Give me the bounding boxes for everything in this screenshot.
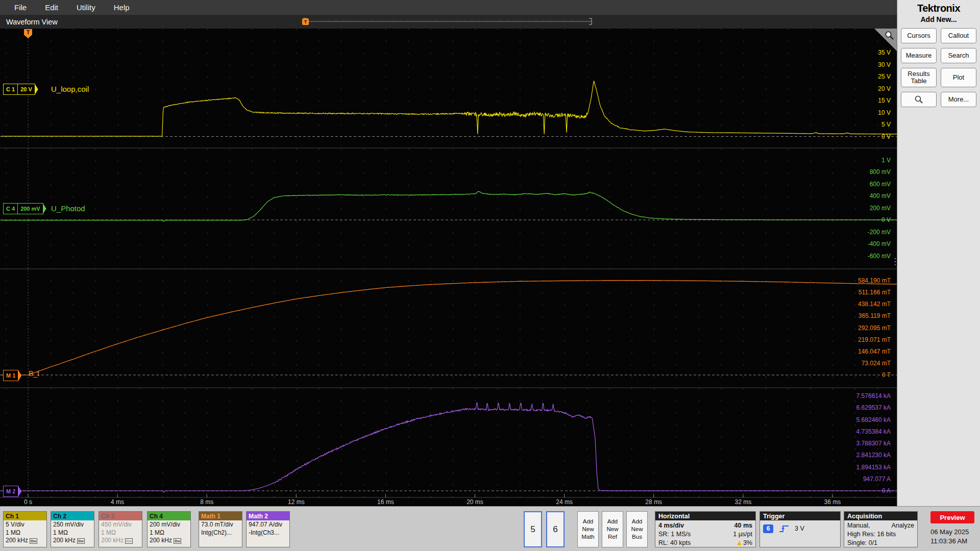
bandwidth-icon: Bw: [125, 538, 133, 544]
axis-label-math1: 219.071 mT: [858, 336, 891, 343]
bottom-bar: Horizontal 4 ms/div 40 ms SR: 1 MS/s 1 µ…: [0, 506, 980, 551]
time-axis-label: 4 ms: [111, 498, 124, 506]
trace-label-ch4[interactable]: U_Photod: [51, 204, 85, 213]
horizontal-position: 3%: [743, 539, 752, 547]
clock-label: 11:03:36 AM: [930, 537, 969, 546]
bandwidth-icon: Bw: [174, 538, 181, 544]
channel-badge-c1-plot[interactable]: C 1 20 V: [3, 84, 35, 95]
sidebar-button-search[interactable]: Search: [941, 48, 976, 63]
sidebar-button-plot[interactable]: Plot: [941, 68, 976, 87]
channel-badge-m1-plot[interactable]: M 1: [3, 370, 18, 381]
trigger-panel-title: Trigger: [760, 512, 840, 520]
trigger-source-chip: 6: [763, 524, 773, 533]
time-axis-label: 20 ms: [467, 498, 483, 506]
axis-label-math1: 0 T: [882, 371, 891, 379]
horizontal-panel-title: Horizontal: [655, 512, 755, 520]
panel-drag-handle[interactable]: [892, 254, 898, 269]
record-length: RL: 40 kpts: [658, 539, 691, 547]
axis-label-math2: 1.894153 kA: [856, 464, 891, 471]
time-axis-label: 36 ms: [824, 498, 841, 506]
trigger-panel[interactable]: Trigger 6 3 V: [760, 511, 841, 547]
record-view-ruler[interactable]: [299, 16, 596, 27]
date-label: 06 May 2025: [930, 528, 969, 537]
numbered-badge-6[interactable]: 6: [546, 511, 565, 547]
axis-label-math1: 511.166 mT: [859, 289, 891, 296]
acquisition-panel-title: Acquisition: [844, 512, 917, 520]
sidebar-button-zoom[interactable]: [901, 92, 937, 107]
menu-item-help[interactable]: Help: [106, 2, 138, 13]
right-sidebar: Tektronix Add New... CursorsCalloutMeasu…: [897, 0, 980, 506]
sidebar-button-cursors[interactable]: Cursors: [901, 28, 937, 43]
axis-label-math1: 73.024 mT: [862, 360, 891, 367]
axis-label-ch1: 20 V: [878, 85, 891, 92]
acquisition-single: Single: 0/1: [847, 539, 914, 547]
numbered-badge-5[interactable]: 5: [524, 511, 542, 547]
time-axis-label: 12 ms: [288, 498, 305, 506]
waveform-window: Waveform View T: [0, 15, 897, 506]
axis-label-ch1: 10 V: [878, 109, 891, 116]
channel-badge-c4-scale: 200 mV: [17, 204, 43, 214]
channel-badge-m2-plot[interactable]: M 2: [3, 486, 18, 497]
time-axis-label: 0 s: [24, 498, 32, 506]
axis-label-math2: 6.629537 kA: [856, 404, 891, 411]
axis-label-math1: 584.190 mT: [858, 277, 891, 284]
axis-label-ch4: -600 mV: [868, 253, 891, 260]
preview-button[interactable]: Preview: [930, 511, 974, 523]
axis-label-ch1: 0 V: [881, 133, 891, 140]
magnifier-icon: [914, 95, 923, 104]
bandwidth-icon: Bw: [77, 538, 85, 544]
channel-badge-ch-3[interactable]: Ch 3450 mV/div1 MΩ200 kHzBw: [99, 511, 142, 547]
axis-label-ch4: -400 mV: [868, 240, 891, 247]
channel-badge-m1-label: M 1: [4, 370, 18, 381]
axis-label-math2: 947.077 A: [863, 475, 891, 483]
horizontal-panel[interactable]: Horizontal 4 ms/div 40 ms SR: 1 MS/s 1 µ…: [655, 511, 756, 547]
channel-badge-m2-label: M 2: [4, 486, 18, 496]
trace-label-ch1[interactable]: U_loop,coil: [51, 85, 89, 93]
channel-badge-c4-label: C 4: [4, 204, 17, 214]
axis-label-ch4: -200 mV: [868, 229, 891, 236]
sidebar-button-more[interactable]: More...: [941, 92, 976, 107]
rising-edge-icon: [778, 524, 790, 533]
add-new-ref-button[interactable]: AddNewRef: [602, 511, 623, 547]
acquisition-mode: Manual,: [847, 521, 870, 530]
menu-item-edit[interactable]: Edit: [37, 2, 66, 13]
menu-item-utility[interactable]: Utility: [68, 2, 104, 13]
oscilloscope-app: FileEditUtilityHelp Waveform View T: [0, 0, 980, 551]
acquisition-panel[interactable]: Acquisition Manual, Analyze High Res: 16…: [844, 511, 918, 547]
time-axis-label: 24 ms: [556, 498, 573, 506]
axis-label-math2: 2.841230 kA: [856, 452, 891, 459]
bandwidth-icon: Bw: [30, 538, 37, 544]
axis-label-ch1: 30 V: [878, 61, 891, 68]
add-new-math-button[interactable]: AddNewMath: [577, 511, 599, 547]
add-new-bus-button[interactable]: AddNewBus: [626, 511, 648, 547]
sidebar-button-callout[interactable]: Callout: [941, 28, 976, 43]
channel-badge-math-1[interactable]: Math 173.0 mT/divIntg(Ch2)...: [199, 511, 242, 547]
menu-bar: FileEditUtilityHelp: [0, 0, 897, 15]
position-icon: [737, 541, 742, 545]
acquisition-resolution: High Res: 16 bits: [847, 530, 914, 539]
horizontal-window: 40 ms: [734, 521, 752, 530]
channel-badge-ch-4[interactable]: Ch 4200 mV/div1 MΩ200 kHzBw: [147, 511, 191, 547]
channel-badge-ch-2[interactable]: Ch 2250 mV/div1 MΩ200 kHzBw: [51, 511, 94, 547]
axis-label-math2: 4.735384 kA: [856, 428, 891, 435]
axis-label-ch1: 35 V: [878, 49, 891, 56]
sidebar-button-results-table[interactable]: Results Table: [901, 68, 937, 87]
axis-label-ch4: 1 V: [881, 157, 891, 164]
channel-badge-math-2[interactable]: Math 2947.07 A/div-Intg(Ch3...: [246, 511, 290, 547]
datetime: 06 May 2025 11:03:36 AM: [930, 528, 969, 545]
sidebar-button-measure[interactable]: Measure: [901, 48, 937, 63]
axis-label-ch1: 25 V: [878, 73, 891, 80]
window-title: Waveform View: [6, 18, 58, 26]
axis-label-ch4: 800 mV: [870, 168, 891, 176]
trigger-position-icon[interactable]: T: [302, 18, 309, 25]
trace-label-math1[interactable]: B_t: [29, 369, 39, 378]
horizontal-scale: 4 ms/div: [658, 521, 684, 530]
axis-label-math2: 0 A: [882, 487, 891, 494]
time-axis-label: 28 ms: [645, 498, 662, 506]
sidebar-buttons: CursorsCalloutMeasureSearchResults Table…: [897, 23, 980, 107]
channel-badge-ch-1[interactable]: Ch 15 V/div1 MΩ200 kHzBw: [3, 511, 47, 547]
channel-badge-c4-plot[interactable]: C 4 200 mV: [3, 203, 43, 214]
menu-item-file[interactable]: File: [6, 2, 35, 13]
axis-label-ch4: 400 mV: [870, 192, 891, 199]
axis-label-ch1: 5 V: [881, 121, 891, 128]
